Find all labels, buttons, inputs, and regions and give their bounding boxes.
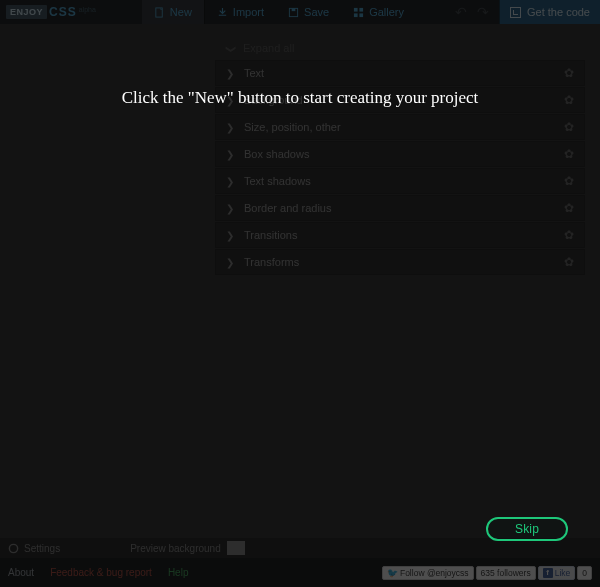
skip-label: Skip	[515, 522, 539, 536]
skip-button[interactable]: Skip	[486, 517, 568, 541]
onboarding-overlay: Click the "New" button to start creating…	[0, 0, 600, 587]
onboarding-message: Click the "New" button to start creating…	[0, 88, 600, 108]
